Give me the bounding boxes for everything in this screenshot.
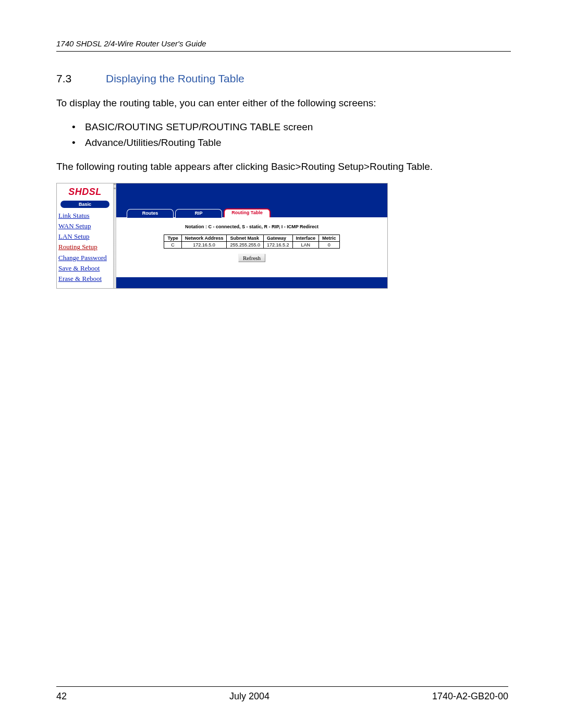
page-footer: 42 July 2004 1740-A2-GB20-00	[56, 686, 508, 702]
sidebar-link-wan-setup[interactable]: WAN Setup	[58, 221, 112, 231]
sidebar-link-change-password[interactable]: Change Password	[58, 253, 112, 263]
cell: 172.16.5.2	[264, 242, 293, 249]
bullet-item: BASIC/ROUTING SETUP/ROUTING TABLE screen	[72, 119, 511, 135]
cell: 172.16.5.0	[181, 242, 227, 249]
cell: C	[164, 242, 181, 249]
section-heading: 7.3 Displaying the Routing Table	[56, 72, 511, 85]
footer-date: July 2004	[229, 691, 270, 702]
screenshot-sidebar: SHDSL Basic Link Status WAN Setup LAN Se…	[57, 183, 113, 288]
col-network-address: Network Address	[181, 235, 227, 242]
basic-pill[interactable]: Basic	[60, 201, 109, 208]
sidebar-link-link-status[interactable]: Link Status	[58, 211, 112, 221]
col-interface: Interface	[292, 235, 319, 242]
tab-body: Notation : C - connected, S - static, R …	[116, 217, 387, 277]
col-gateway: Gateway	[264, 235, 293, 242]
refresh-button[interactable]: Refresh	[238, 254, 265, 262]
router-screenshot: SHDSL Basic Link Status WAN Setup LAN Se…	[56, 183, 388, 289]
notation-legend: Notation : C - connected, S - static, R …	[124, 224, 380, 229]
sidebar-link-erase-reboot[interactable]: Erase & Reboot	[58, 274, 112, 284]
table-row: C 172.16.5.0 255.255.255.0 172.16.5.2 LA…	[164, 242, 339, 249]
cell: 255.255.255.0	[227, 242, 264, 249]
paragraph: The following routing table appears afte…	[56, 160, 511, 174]
section-number: 7.3	[56, 72, 106, 85]
tab-rip[interactable]: RIP	[175, 209, 222, 218]
page-number: 42	[56, 691, 67, 702]
screenshot-main: Routes RIP Routing Table Notation : C - …	[116, 183, 387, 288]
tabs-row: Routes RIP Routing Table	[116, 208, 387, 217]
paragraph: To display the routing table, you can en…	[56, 96, 511, 110]
cell: LAN	[292, 242, 319, 249]
section-title: Displaying the Routing Table	[106, 72, 244, 85]
routing-table: Type Network Address Subnet Mask Gateway…	[164, 235, 339, 249]
running-header: 1740 SHDSL 2/4-Wire Router User's Guide	[56, 39, 511, 52]
tab-routes[interactable]: Routes	[127, 209, 174, 218]
col-subnet-mask: Subnet Mask	[227, 235, 264, 242]
document-number: 1740-A2-GB20-00	[432, 691, 508, 702]
logo: SHDSL	[58, 187, 112, 198]
col-metric: Metric	[319, 235, 340, 242]
splitter-handle[interactable]	[113, 183, 116, 288]
sidebar-link-lan-setup[interactable]: LAN Setup	[58, 231, 112, 242]
table-header-row: Type Network Address Subnet Mask Gateway…	[164, 235, 339, 242]
col-type: Type	[164, 235, 181, 242]
bullet-list: BASIC/ROUTING SETUP/ROUTING TABLE screen…	[72, 119, 511, 151]
bullet-item: Advance/Utilities/Routing Table	[72, 135, 511, 151]
sidebar-link-save-reboot[interactable]: Save & Reboot	[58, 263, 112, 274]
sidebar-link-routing-setup[interactable]: Routing Setup	[58, 242, 112, 252]
cell: 0	[319, 242, 340, 249]
tab-routing-table[interactable]: Routing Table	[224, 208, 271, 217]
